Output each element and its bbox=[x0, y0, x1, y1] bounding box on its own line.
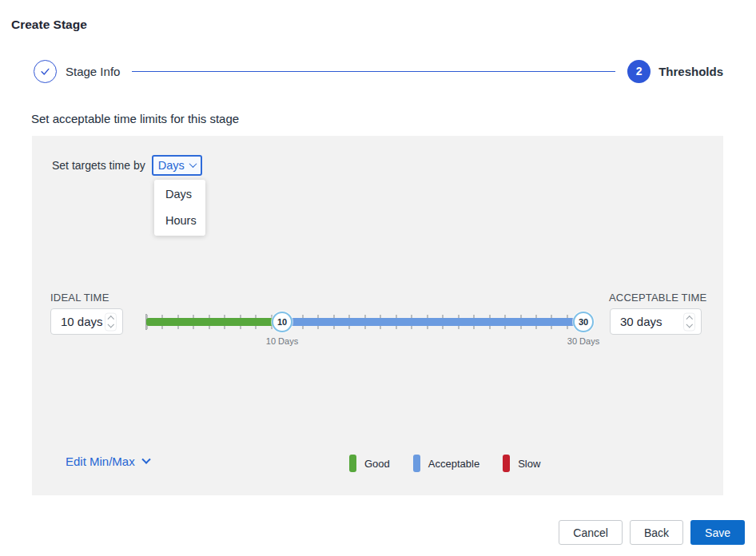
ideal-handle-value: 10 bbox=[277, 317, 287, 327]
legend-item-slow: Slow bbox=[503, 455, 540, 472]
ideal-time-value: 10 days bbox=[61, 315, 103, 328]
good-track-segment bbox=[146, 318, 282, 326]
legend: Good Acceptable Slow bbox=[349, 455, 540, 472]
step-number: 2 bbox=[636, 65, 643, 77]
check-icon bbox=[39, 66, 51, 77]
targets-label: Set targets time by bbox=[52, 159, 145, 172]
ideal-time-input[interactable]: 10 days bbox=[50, 308, 123, 335]
back-button[interactable]: Back bbox=[630, 520, 683, 545]
time-unit-menu: Days Hours bbox=[154, 180, 205, 236]
acceptable-handle-value: 30 bbox=[579, 317, 588, 327]
acceptable-time-value: 30 days bbox=[620, 315, 662, 328]
ideal-handle-label: 10 Days bbox=[266, 336, 298, 346]
legend-label: Slow bbox=[518, 458, 540, 470]
step-stage-info-label[interactable]: Stage Info bbox=[66, 65, 120, 78]
menu-item-hours[interactable]: Hours bbox=[154, 208, 205, 234]
chevron-down-icon bbox=[141, 455, 150, 463]
time-unit-dropdown[interactable]: Days bbox=[152, 155, 202, 176]
ideal-time-spinner bbox=[105, 312, 117, 331]
slow-swatch bbox=[503, 455, 510, 472]
time-unit-selected: Days bbox=[158, 159, 185, 172]
edit-minmax-label: Edit Min/Max bbox=[66, 455, 135, 468]
decrement-icon[interactable] bbox=[107, 321, 113, 328]
targets-row: Set targets time by Days bbox=[52, 155, 202, 176]
save-button[interactable]: Save bbox=[690, 520, 745, 545]
legend-label: Acceptable bbox=[428, 458, 479, 470]
good-swatch bbox=[349, 455, 356, 472]
thresholds-panel: Set targets time by Days Days Hours IDEA… bbox=[32, 136, 723, 495]
step-stage-info-circle[interactable] bbox=[34, 60, 57, 83]
acceptable-handle-label: 30 Days bbox=[567, 336, 599, 346]
ideal-time-label: IDEAL TIME bbox=[50, 292, 109, 304]
stepper-connector bbox=[132, 71, 615, 72]
acceptable-time-label: ACCEPTABLE TIME bbox=[609, 292, 706, 304]
cancel-button[interactable]: Cancel bbox=[559, 520, 623, 545]
acceptable-track-segment bbox=[282, 318, 584, 326]
section-subtitle: Set acceptable time limits for this stag… bbox=[31, 112, 239, 125]
legend-item-acceptable: Acceptable bbox=[413, 455, 479, 472]
time-range-slider[interactable]: 10 30 10 Days 30 Days bbox=[146, 312, 598, 351]
page-title: Create Stage bbox=[11, 18, 87, 32]
step-thresholds-label: Thresholds bbox=[659, 65, 723, 78]
chevron-down-icon bbox=[189, 160, 197, 168]
decrement-icon[interactable] bbox=[686, 321, 692, 328]
step-thresholds-circle[interactable]: 2 bbox=[627, 60, 651, 83]
acceptable-time-input[interactable]: 30 days bbox=[610, 308, 702, 335]
legend-item-good: Good bbox=[349, 455, 390, 472]
acceptable-swatch bbox=[413, 455, 420, 472]
edit-minmax-link[interactable]: Edit Min/Max bbox=[66, 455, 149, 468]
footer-actions: Cancel Back Save bbox=[559, 520, 745, 545]
acceptable-time-spinner bbox=[683, 312, 696, 331]
legend-label: Good bbox=[364, 458, 390, 470]
stepper: Stage Info 2 Thresholds bbox=[34, 59, 723, 83]
menu-item-days[interactable]: Days bbox=[154, 181, 205, 208]
ideal-slider-handle[interactable]: 10 bbox=[272, 312, 292, 332]
acceptable-slider-handle[interactable]: 30 bbox=[573, 312, 594, 332]
